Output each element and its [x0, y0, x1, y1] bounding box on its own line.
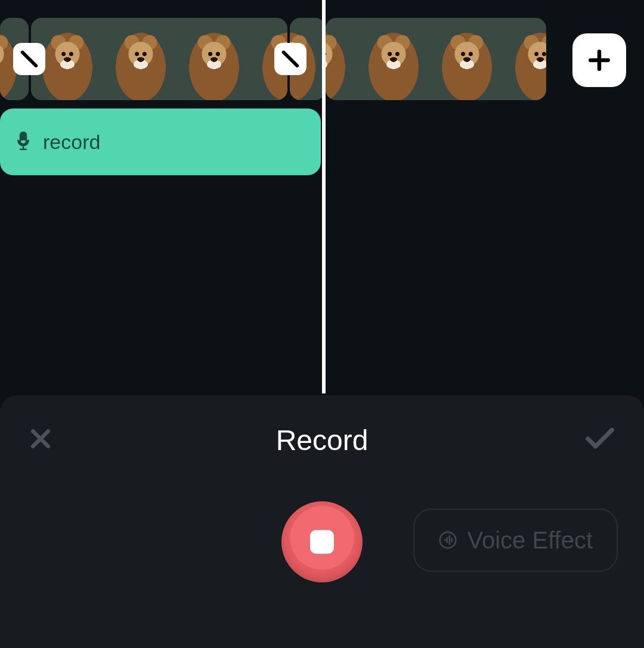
plus-icon [586, 47, 612, 73]
video-frame-thumbnail [430, 18, 504, 100]
close-icon [27, 426, 54, 452]
audio-track-label: record [43, 131, 100, 154]
audio-record-track[interactable]: record [0, 108, 321, 175]
video-clip[interactable] [326, 18, 546, 100]
add-clip-button[interactable] [572, 33, 626, 87]
timeline-playhead[interactable] [322, 0, 326, 393]
mute-slash-icon [280, 49, 301, 69]
clip-mute-badge[interactable] [13, 43, 45, 75]
video-frame-thumbnail [326, 18, 357, 100]
check-icon [583, 426, 617, 452]
voice-effect-label: Voice Effect [467, 527, 593, 554]
video-frame-thumbnail [357, 18, 431, 100]
clip-mute-badge[interactable] [274, 43, 306, 75]
video-clip[interactable] [31, 18, 287, 100]
video-frame-thumbnail [503, 18, 546, 100]
timeline-area: record [0, 0, 644, 393]
panel-header: Record [0, 395, 644, 485]
stop-icon [310, 530, 334, 554]
close-button[interactable] [27, 426, 54, 454]
voice-effect-button[interactable]: Voice Effect [413, 509, 618, 572]
panel-body: Voice Effect [0, 485, 644, 640]
video-frame-thumbnail [104, 18, 178, 100]
confirm-button[interactable] [583, 426, 617, 454]
microphone-icon [14, 131, 32, 153]
voice-waves-icon [438, 531, 457, 550]
video-frame-thumbnail [177, 18, 251, 100]
record-stop-button[interactable] [281, 501, 363, 582]
mute-slash-icon [19, 49, 39, 69]
record-panel: Record Voice Effect [0, 395, 644, 648]
video-clip-track[interactable] [0, 18, 546, 100]
panel-title: Record [276, 424, 369, 457]
